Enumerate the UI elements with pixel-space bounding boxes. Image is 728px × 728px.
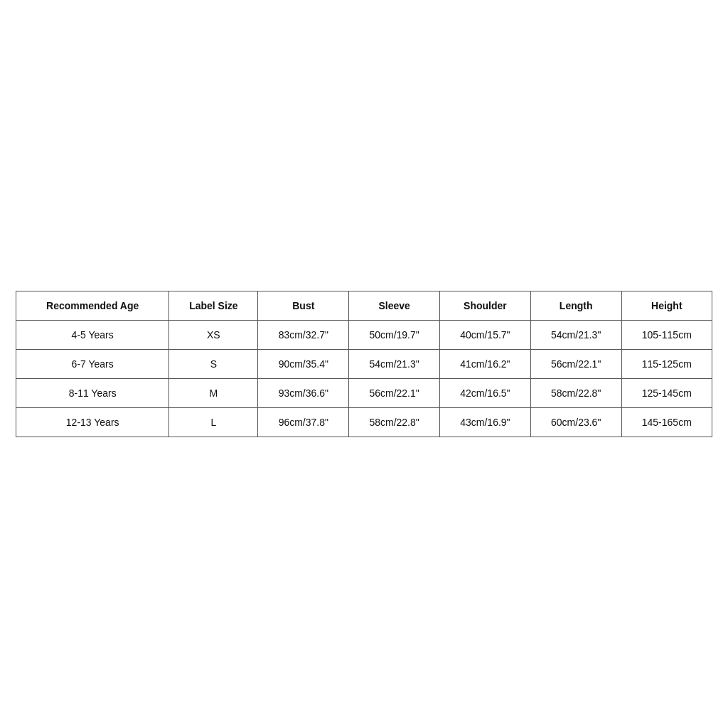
cell-length: 58cm/22.8" <box>530 379 621 408</box>
table-row: 4-5 YearsXS83cm/32.7"50cm/19.7"40cm/15.7… <box>16 321 712 350</box>
cell-bust: 83cm/32.7" <box>258 321 349 350</box>
header-recommended-age: Recommended Age <box>16 291 169 321</box>
table-row: 6-7 YearsS90cm/35.4"54cm/21.3"41cm/16.2"… <box>16 350 712 379</box>
cell-age: 4-5 Years <box>16 321 169 350</box>
header-label-size: Label Size <box>169 291 258 321</box>
cell-length: 54cm/21.3" <box>530 321 621 350</box>
header-sleeve: Sleeve <box>349 291 440 321</box>
cell-length: 60cm/23.6" <box>530 408 621 437</box>
cell-label_size: L <box>169 408 258 437</box>
cell-shoulder: 42cm/16.5" <box>440 379 531 408</box>
cell-age: 6-7 Years <box>16 350 169 379</box>
cell-bust: 90cm/35.4" <box>258 350 349 379</box>
cell-shoulder: 40cm/15.7" <box>440 321 531 350</box>
cell-bust: 93cm/36.6" <box>258 379 349 408</box>
header-height: Height <box>621 291 712 321</box>
cell-bust: 96cm/37.8" <box>258 408 349 437</box>
cell-label_size: M <box>169 379 258 408</box>
cell-length: 56cm/22.1" <box>530 350 621 379</box>
cell-height: 145-165cm <box>621 408 712 437</box>
cell-age: 12-13 Years <box>16 408 169 437</box>
cell-label_size: S <box>169 350 258 379</box>
cell-shoulder: 43cm/16.9" <box>440 408 531 437</box>
header-bust: Bust <box>258 291 349 321</box>
cell-sleeve: 58cm/22.8" <box>349 408 440 437</box>
cell-sleeve: 56cm/22.1" <box>349 379 440 408</box>
cell-height: 115-125cm <box>621 350 712 379</box>
cell-sleeve: 50cm/19.7" <box>349 321 440 350</box>
size-chart-container: Recommended Age Label Size Bust Sleeve S… <box>16 291 712 437</box>
cell-label_size: XS <box>169 321 258 350</box>
cell-sleeve: 54cm/21.3" <box>349 350 440 379</box>
header-length: Length <box>530 291 621 321</box>
header-shoulder: Shoulder <box>440 291 531 321</box>
cell-height: 105-115cm <box>621 321 712 350</box>
table-row: 12-13 YearsL96cm/37.8"58cm/22.8"43cm/16.… <box>16 408 712 437</box>
cell-shoulder: 41cm/16.2" <box>440 350 531 379</box>
table-row: 8-11 YearsM93cm/36.6"56cm/22.1"42cm/16.5… <box>16 379 712 408</box>
cell-height: 125-145cm <box>621 379 712 408</box>
size-chart-table: Recommended Age Label Size Bust Sleeve S… <box>16 291 712 437</box>
table-header-row: Recommended Age Label Size Bust Sleeve S… <box>16 291 712 321</box>
cell-age: 8-11 Years <box>16 379 169 408</box>
